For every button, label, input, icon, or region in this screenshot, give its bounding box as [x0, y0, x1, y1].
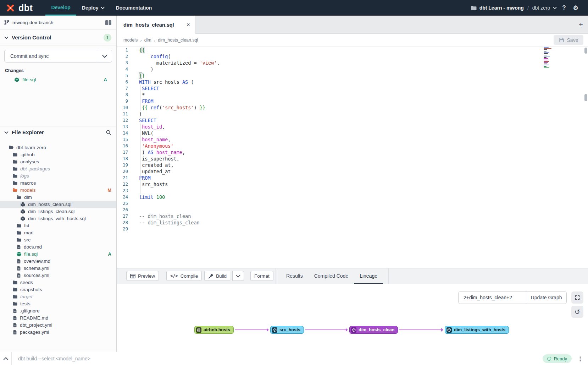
- gear-icon[interactable]: ⚙: [571, 4, 580, 12]
- breadcrumb-item-models: models: [123, 38, 138, 43]
- build-options-chevron[interactable]: [232, 271, 244, 281]
- tree-item-dim[interactable]: dim: [0, 194, 116, 201]
- code-editor[interactable]: 1{{2 config(3 materialized = 'view',4 )5…: [117, 47, 588, 268]
- code-line-8: 8 *: [117, 92, 588, 98]
- tab-dim-hosts-clean[interactable]: dim_hosts_clean.sql ×: [117, 16, 195, 34]
- tab-lineage[interactable]: Lineage: [354, 268, 383, 284]
- dbt-logo[interactable]: dbt: [0, 0, 33, 16]
- new-tab-plus-icon[interactable]: +: [574, 20, 588, 29]
- commit-options-chevron[interactable]: [97, 50, 112, 62]
- tree-item-snapshots[interactable]: snapshots: [0, 286, 116, 293]
- tree-item-file-sql[interactable]: file.sqlA: [0, 250, 116, 257]
- line-number: 16: [117, 143, 132, 149]
- lineage-node-airbnb-hosts[interactable]: airbnb.hosts: [194, 326, 234, 334]
- lineage-node-dim-listings-with-hosts[interactable]: dim_listings_with_hosts: [445, 326, 509, 334]
- compile-button[interactable]: </> Compile: [166, 271, 202, 281]
- build-button[interactable]: Build: [204, 271, 230, 281]
- tree-item-gitignore[interactable]: .gitignore: [0, 307, 116, 314]
- code-line-19: 19 created_at,: [117, 162, 588, 168]
- line-number: 11: [117, 111, 132, 117]
- save-button[interactable]: Save: [554, 35, 583, 45]
- lineage-node-label: airbnb.hosts: [204, 327, 230, 332]
- code-line-6: 6WITH src_hosts AS (: [117, 79, 588, 85]
- open-docs-icon[interactable]: [105, 20, 111, 25]
- minimap-stripe: [544, 47, 549, 48]
- version-control-header[interactable]: Version Control 1: [0, 30, 116, 45]
- tree-item-mart[interactable]: mart: [0, 229, 116, 236]
- minimap-stripe: [544, 53, 548, 54]
- tree-item-dim-hosts-clean-sql[interactable]: dim_hosts_clean.sql: [0, 201, 116, 208]
- line-number: 2: [117, 53, 132, 60]
- tree-item-logs[interactable]: logs: [0, 172, 116, 179]
- tree-item-dbt-project-yml[interactable]: dbt_project.yml: [0, 321, 116, 328]
- tree-item-dim-listings-clean-sql[interactable]: dim_listings_clean.sql: [0, 208, 116, 215]
- preview-label: Preview: [138, 273, 155, 279]
- editor-scrollbar-thumb[interactable]: [584, 48, 587, 54]
- code-line-27: 27-- dim_hosts_clean: [117, 213, 588, 219]
- code-text: is_superhost,: [132, 156, 179, 162]
- editor-scrollbar-thumb[interactable]: [584, 94, 587, 101]
- tree-item-readme-md[interactable]: README.md: [0, 314, 116, 321]
- command-bar: Ready ⋮: [0, 352, 588, 365]
- tab-compiled-code[interactable]: Compiled Code: [309, 268, 354, 284]
- nav-develop[interactable]: Develop: [45, 0, 76, 16]
- tree-item-schema-yml[interactable]: schema.yml: [0, 265, 116, 272]
- code-line-15: 15 host_name,: [117, 136, 588, 143]
- line-number: 13: [117, 124, 132, 130]
- lineage-node-label: dim_hosts_clean: [359, 327, 394, 332]
- tree-item-label: README.md: [20, 315, 111, 321]
- tree-item-dbt-learn-zero[interactable]: dbt-learn-zero: [0, 144, 116, 151]
- tree-item-fct[interactable]: fct: [0, 222, 116, 229]
- expand-panel-button[interactable]: [0, 352, 11, 365]
- changed-file-file-sql[interactable]: file.sqlA: [4, 76, 112, 83]
- minimap-stripe: [544, 62, 548, 63]
- tree-item-docs-md[interactable]: docs.md: [0, 243, 116, 250]
- tree-item-dbt-packages[interactable]: dbt_packages: [0, 165, 116, 172]
- tree-item-label: tests: [20, 301, 111, 306]
- tree-item-sources-yml[interactable]: sources.yml: [0, 272, 116, 279]
- preview-button[interactable]: Preview: [126, 271, 159, 281]
- tree-item-label: analyses: [20, 159, 111, 164]
- lineage-panel: Update Graph ↺ airbnb.hostssrc_hostsdim_…: [117, 284, 588, 352]
- compile-label: Compile: [181, 273, 198, 279]
- tree-item-target[interactable]: target: [0, 293, 116, 300]
- tab-results[interactable]: Results: [281, 268, 309, 284]
- help-icon[interactable]: ?: [560, 4, 567, 11]
- file-explorer-header[interactable]: File Explorer: [0, 126, 116, 138]
- file-icon: [12, 308, 17, 314]
- tree-item-analyses[interactable]: analyses: [0, 158, 116, 165]
- tree-item-tests[interactable]: tests: [0, 300, 116, 307]
- format-button[interactable]: Format: [250, 271, 273, 281]
- account-name: dbt Learn - mwong: [479, 5, 524, 11]
- tree-item-dim-listings-with-hosts-sql[interactable]: dim_listings_with_hosts.sql: [0, 215, 116, 222]
- lineage-node-dim-hosts-clean[interactable]: dim_hosts_clean: [349, 326, 398, 334]
- tree-item-label: macros: [20, 180, 111, 186]
- tree-item-overview-md[interactable]: overview.md: [0, 257, 116, 265]
- line-number: 22: [117, 181, 132, 187]
- minimap[interactable]: [544, 47, 558, 70]
- breadcrumb: models›dim›dim_hosts_clean.sql: [117, 34, 588, 47]
- nav-deploy[interactable]: Deploy: [76, 0, 110, 16]
- search-icon[interactable]: [106, 130, 111, 135]
- nav-documentation[interactable]: Documentation: [110, 0, 158, 16]
- tree-item-macros[interactable]: macros: [0, 179, 116, 186]
- tree-item-github[interactable]: .github: [0, 151, 116, 158]
- tree-item-src[interactable]: src: [0, 236, 116, 243]
- chevron-down-icon: [553, 7, 557, 9]
- code-text: FROM: [132, 175, 151, 181]
- status-label: Ready: [554, 356, 567, 361]
- close-icon[interactable]: ×: [187, 22, 190, 28]
- code-line-12: 12SELECT: [117, 117, 588, 124]
- tree-item-packages-yml[interactable]: packages.yml: [0, 328, 116, 336]
- kebab-menu-icon[interactable]: ⋮: [577, 355, 588, 362]
- account-selector[interactable]: dbt Learn - mwong / dbt zero: [471, 5, 557, 11]
- lineage-node-src-hosts[interactable]: src_hosts: [270, 326, 304, 334]
- editor-tab-bar: dim_hosts_clean.sql × +: [117, 16, 588, 34]
- command-input[interactable]: [12, 356, 543, 361]
- code-text: ): [132, 66, 154, 72]
- minimap-stripe: [544, 57, 547, 58]
- tree-item-models[interactable]: modelsM: [0, 186, 116, 194]
- commit-and-sync-button[interactable]: Commit and sync: [5, 50, 97, 62]
- code-line-21: 21FROM: [117, 175, 588, 181]
- tree-item-seeds[interactable]: seeds: [0, 279, 116, 286]
